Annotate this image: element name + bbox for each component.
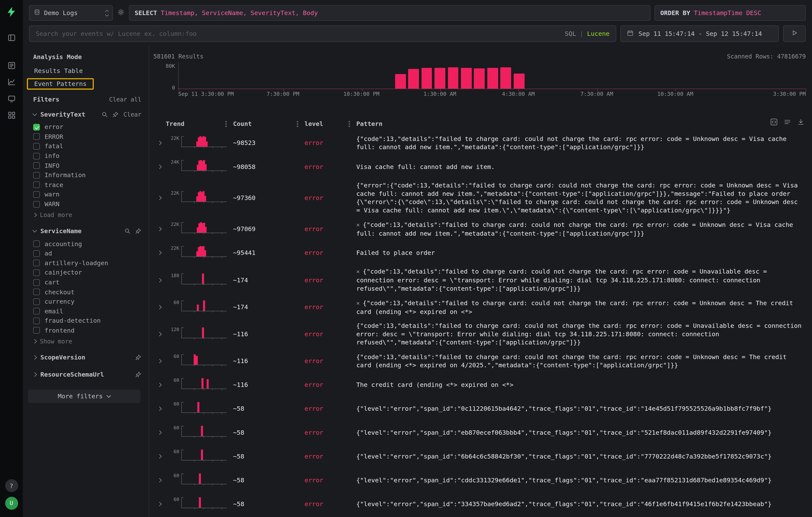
- histogram-bar[interactable]: [474, 68, 485, 89]
- nav-sessions-button[interactable]: [4, 92, 19, 107]
- checkbox-icon[interactable]: [33, 250, 40, 257]
- nav-services-button[interactable]: [4, 109, 19, 123]
- pattern-row[interactable]: 22K~97360error{"error":{"code":13,"detai…: [153, 179, 806, 217]
- checkbox-icon[interactable]: [33, 201, 40, 207]
- histogram-bar[interactable]: [461, 68, 472, 89]
- histogram-bar[interactable]: [422, 68, 432, 89]
- histogram-bar[interactable]: [514, 74, 524, 89]
- analysis-mode-item[interactable]: Event Patterns: [27, 78, 94, 90]
- row-expand-button[interactable]: [153, 360, 166, 363]
- select-clause-input[interactable]: SELECTTimestamp, ServiceName, SeverityTe…: [129, 5, 650, 21]
- checkbox-icon[interactable]: [33, 327, 40, 334]
- pattern-row[interactable]: 60~58error{"level":"error","span_id":"b9…: [153, 516, 806, 517]
- column-header-trend[interactable]: Trend: [166, 120, 184, 127]
- checkbox-icon[interactable]: [33, 162, 40, 169]
- checkbox-icon[interactable]: [33, 181, 40, 188]
- checkbox-icon[interactable]: [33, 172, 40, 178]
- histogram-bar[interactable]: [500, 67, 511, 89]
- order-by-input[interactable]: ORDER BYTimestampTime DESC: [655, 5, 806, 21]
- filter-option[interactable]: error: [33, 122, 143, 132]
- filter-option[interactable]: currency: [33, 297, 143, 307]
- filter-group-header[interactable]: ScopeVersion: [33, 352, 143, 363]
- checkbox-icon[interactable]: [33, 289, 40, 295]
- sql-mode-toggle[interactable]: SQL: [565, 30, 576, 37]
- pattern-row[interactable]: 60~58error{"level":"error","span_id":"cd…: [153, 469, 806, 492]
- row-expand-button[interactable]: [153, 431, 166, 434]
- help-button[interactable]: ?: [5, 479, 18, 492]
- filter-option[interactable]: artillery-loadgen: [33, 258, 143, 268]
- pattern-row[interactable]: 180~174error×{"code":13,"details":"faile…: [153, 265, 806, 295]
- column-header-level[interactable]: level: [304, 120, 323, 127]
- search-icon[interactable]: [102, 111, 108, 118]
- source-selector[interactable]: Demo Logs: [29, 5, 113, 21]
- filter-option[interactable]: frontend: [33, 326, 143, 336]
- pin-icon[interactable]: [113, 111, 119, 118]
- column-resize-handle[interactable]: [225, 123, 227, 124]
- clear-filter-button[interactable]: Clear: [123, 111, 141, 118]
- pin-icon[interactable]: [135, 354, 142, 361]
- row-expand-button[interactable]: [153, 384, 166, 387]
- checkbox-icon[interactable]: [33, 308, 40, 315]
- filter-group-header[interactable]: ResourceSchemaUrl: [33, 369, 143, 380]
- analysis-mode-item[interactable]: Results Table: [27, 65, 90, 77]
- pattern-row[interactable]: 22K~98523error{"code":13,"details":"fail…: [153, 131, 806, 155]
- filter-option[interactable]: fatal: [33, 142, 143, 151]
- show-more-button[interactable]: Show more: [33, 337, 143, 346]
- source-settings-button[interactable]: [117, 8, 125, 18]
- search-icon[interactable]: [124, 228, 130, 234]
- pattern-row[interactable]: 22K~95441errorFailed to place order: [153, 241, 806, 265]
- column-config-button[interactable]: [770, 118, 778, 126]
- run-query-button[interactable]: [783, 25, 806, 42]
- pattern-row[interactable]: 24K~98058errorVisa cache full: cannot ad…: [153, 155, 806, 179]
- checkbox-icon[interactable]: [33, 318, 40, 324]
- row-expand-button[interactable]: [153, 228, 166, 231]
- row-expand-button[interactable]: [153, 165, 166, 168]
- nav-logs-button[interactable]: [4, 59, 19, 74]
- filter-option[interactable]: fraud-detection: [33, 316, 143, 326]
- filter-option[interactable]: cart: [33, 278, 143, 287]
- pattern-row[interactable]: 22K~97069error×{"code":13,"details":"fai…: [153, 217, 806, 241]
- filter-option[interactable]: ERROR: [33, 132, 143, 142]
- filter-option[interactable]: email: [33, 307, 143, 316]
- sidebar-toggle-button[interactable]: [4, 31, 19, 46]
- filter-option[interactable]: cainjector: [33, 268, 143, 278]
- pattern-row[interactable]: 60~58error{"level":"error","span_id":"6b…: [153, 444, 806, 468]
- nav-chart-button[interactable]: [4, 76, 19, 90]
- pattern-row[interactable]: 60~58error{"level":"error","span_id":"33…: [153, 492, 806, 516]
- app-logo-bolt-icon[interactable]: [6, 6, 17, 18]
- row-expand-button[interactable]: [153, 503, 166, 506]
- row-expand-button[interactable]: [153, 196, 166, 199]
- download-button[interactable]: [797, 118, 805, 126]
- results-histogram[interactable]: 80K 0: [153, 62, 806, 89]
- pattern-row[interactable]: 60~58error{"level":"error","span_id":"eb…: [153, 421, 806, 444]
- checkbox-icon[interactable]: [33, 298, 40, 305]
- filter-option[interactable]: Information: [33, 171, 143, 180]
- histogram-bar[interactable]: [408, 69, 419, 89]
- row-expand-button[interactable]: [153, 141, 166, 144]
- row-expand-button[interactable]: [153, 407, 166, 410]
- filter-option[interactable]: ad: [33, 249, 143, 258]
- histogram-bar[interactable]: [448, 67, 459, 89]
- filter-group-header[interactable]: ServiceName: [33, 226, 143, 237]
- checkbox-icon[interactable]: [33, 279, 40, 286]
- filter-option[interactable]: WARN: [33, 199, 143, 209]
- pattern-row[interactable]: 60~116error{"code":13,"details":"failed …: [153, 349, 806, 373]
- checkbox-icon[interactable]: [33, 260, 40, 266]
- row-expand-button[interactable]: [153, 333, 166, 336]
- filter-option[interactable]: info: [33, 151, 143, 161]
- row-expand-button[interactable]: [153, 252, 166, 255]
- checkbox-icon[interactable]: [33, 143, 40, 150]
- checkbox-icon[interactable]: [33, 240, 40, 247]
- user-avatar[interactable]: U: [5, 497, 18, 510]
- filter-option[interactable]: trace: [33, 180, 143, 190]
- filter-option[interactable]: checkout: [33, 287, 143, 297]
- show-more-button[interactable]: Load more: [33, 210, 143, 220]
- lucene-mode-toggle[interactable]: Lucene: [587, 30, 610, 37]
- pattern-row[interactable]: 60~174error×{"code":13,"details":"failed…: [153, 295, 806, 319]
- filter-group-header[interactable]: SeverityTextClear: [33, 109, 143, 120]
- search-input[interactable]: Search your events w/ Lucene ex. column:…: [29, 25, 616, 42]
- row-expand-button[interactable]: [153, 306, 166, 309]
- pattern-row[interactable]: 60~116errorThe credit card (ending <*> e…: [153, 373, 806, 397]
- row-expand-button[interactable]: [153, 455, 166, 458]
- checkbox-icon[interactable]: [33, 152, 40, 159]
